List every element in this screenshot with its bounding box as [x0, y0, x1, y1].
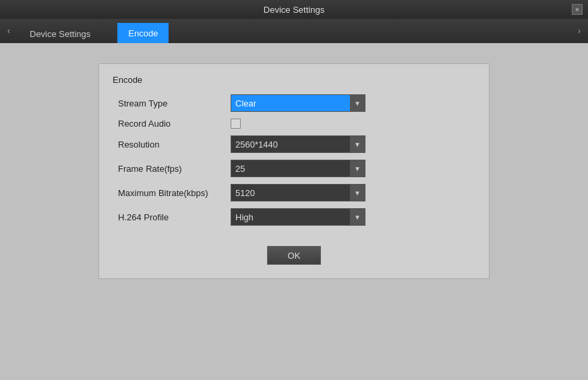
stream-type-label: Stream Type — [113, 98, 231, 108]
ok-button[interactable]: OK — [267, 246, 321, 265]
section-label: Encode — [113, 75, 475, 85]
close-button[interactable]: × — [572, 4, 583, 15]
max-bitrate-label: Maximum Bitrate(kbps) — [113, 188, 231, 198]
frame-rate-dropdown-arrow[interactable]: ▼ — [350, 160, 365, 177]
resolution-row: Resolution 2560*1440 ▼ — [113, 135, 475, 153]
chevron-right-icon: › — [578, 26, 581, 36]
resolution-dropdown-arrow[interactable]: ▼ — [350, 135, 365, 153]
tab-bar: ‹ Device Settings Encode › — [0, 19, 588, 43]
stream-type-dropdown-arrow[interactable]: ▼ — [350, 94, 365, 112]
frame-rate-row: Frame Rate(fps) 25 ▼ — [113, 160, 475, 177]
tab-encode-label: Encode — [128, 28, 158, 38]
stream-type-row: Stream Type Clear ▼ — [113, 94, 475, 112]
frame-rate-select[interactable]: 25 ▼ — [231, 160, 365, 177]
frame-rate-label: Frame Rate(fps) — [113, 164, 231, 174]
tab-device-settings-label: Device Settings — [30, 29, 90, 39]
max-bitrate-dropdown-arrow[interactable]: ▼ — [350, 184, 365, 201]
tab-device-settings[interactable]: Device Settings — [19, 24, 101, 43]
title-bar: Device Settings × — [0, 0, 588, 19]
record-audio-row: Record Audio — [113, 119, 475, 129]
resolution-select[interactable]: 2560*1440 ▼ — [231, 135, 365, 153]
h264-profile-row: H.264 Profile High ▼ — [113, 208, 475, 226]
h264-profile-dropdown-arrow[interactable]: ▼ — [350, 208, 365, 226]
nav-arrow-right[interactable]: › — [573, 22, 585, 40]
h264-profile-select[interactable]: High ▼ — [231, 208, 365, 226]
chevron-left-icon: ‹ — [7, 26, 10, 36]
tab-encode[interactable]: Encode — [117, 23, 169, 43]
record-audio-label: Record Audio — [113, 119, 231, 129]
record-audio-checkbox[interactable] — [231, 119, 241, 129]
max-bitrate-value: 5120 — [235, 188, 350, 198]
max-bitrate-select[interactable]: 5120 ▼ — [231, 184, 365, 201]
frame-rate-value: 25 — [235, 164, 350, 174]
record-audio-control — [231, 119, 241, 129]
h264-profile-value: High — [235, 212, 350, 222]
encode-panel: Encode Stream Type Clear ▼ Record Audio — [98, 63, 490, 279]
max-bitrate-control: 5120 ▼ — [231, 184, 365, 201]
stream-type-control: Clear ▼ — [231, 94, 365, 112]
resolution-control: 2560*1440 ▼ — [231, 135, 365, 153]
main-window: Device Settings × ‹ Device Settings Enco… — [0, 0, 588, 380]
stream-type-value: Clear — [235, 98, 350, 108]
resolution-value: 2560*1440 — [235, 139, 350, 150]
h264-profile-control: High ▼ — [231, 208, 365, 226]
resolution-label: Resolution — [113, 139, 231, 150]
window-title: Device Settings — [264, 5, 324, 15]
max-bitrate-row: Maximum Bitrate(kbps) 5120 ▼ — [113, 184, 475, 201]
content-area: Encode Stream Type Clear ▼ Record Audio — [0, 43, 588, 380]
frame-rate-control: 25 ▼ — [231, 160, 365, 177]
h264-profile-label: H.264 Profile — [113, 212, 231, 222]
bottom-area: OK — [113, 232, 475, 265]
nav-arrow-left[interactable]: ‹ — [3, 22, 15, 40]
stream-type-select[interactable]: Clear ▼ — [231, 94, 365, 112]
